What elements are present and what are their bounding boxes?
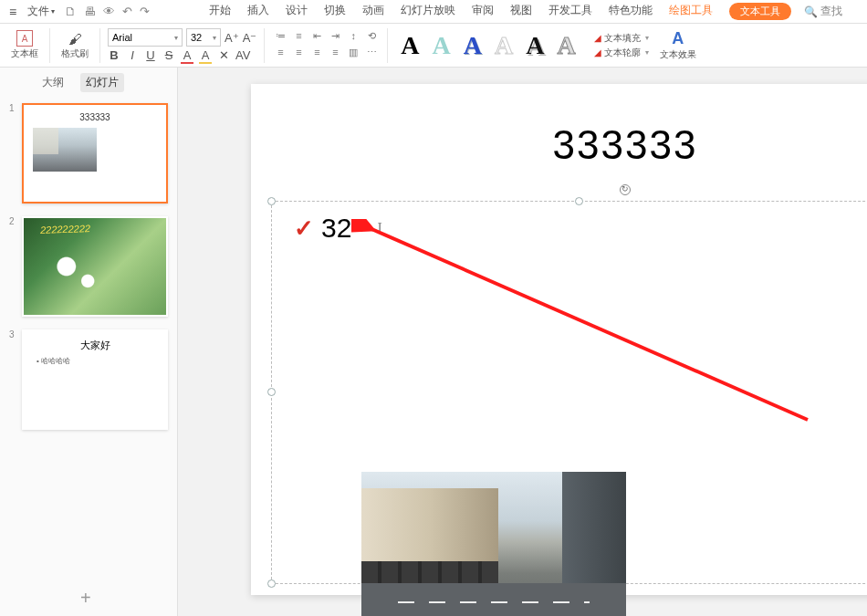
style-a1[interactable]: A [395, 31, 424, 60]
search-label: 查找 [820, 4, 842, 19]
ribbon-separator [264, 28, 265, 63]
thumb-slide[interactable]: 222222222 [22, 216, 168, 317]
style-a6[interactable]: A [552, 31, 581, 60]
tab-devtools[interactable]: 开发工具 [548, 3, 592, 20]
strike-button[interactable]: S [162, 48, 175, 62]
font-size-select[interactable]: 32 [186, 28, 221, 47]
indent-dec-button[interactable]: ⇤ [308, 30, 325, 45]
thumbnail-1[interactable]: 1 333333 [9, 103, 168, 204]
underline-button[interactable]: U [144, 48, 157, 62]
ribbon-separator [99, 28, 100, 63]
text-effect-button[interactable]: A 文本效果 [660, 29, 696, 61]
save-icon[interactable]: 🗋 [62, 5, 79, 18]
text-effect-icon: A [672, 29, 684, 48]
file-menu[interactable]: 文件 [22, 4, 60, 19]
slide-title[interactable]: 333333 [251, 84, 867, 168]
file-label: 文件 [27, 4, 49, 19]
slide-image[interactable] [361, 472, 626, 616]
tab-transition[interactable]: 切换 [324, 3, 346, 20]
format-painter-icon: 🖌 [67, 30, 83, 47]
bold-button[interactable]: B [108, 48, 120, 62]
tab-design[interactable]: 设计 [286, 3, 308, 20]
thumb-slide[interactable]: 333333 [22, 103, 168, 204]
thumbnail-list[interactable]: 1 333333 2 222222222 3 大家好 • 哈哈哈哈 [0, 98, 177, 616]
thumb-number: 3 [9, 329, 16, 430]
tab-text-tool[interactable]: 文本工具 [729, 3, 791, 20]
text-fill-button[interactable]: ◢文本填充 [594, 32, 649, 45]
textbox-icon: A [16, 30, 33, 47]
format-painter-button[interactable]: 🖌 格式刷 [57, 28, 92, 62]
align-right-button[interactable]: ≡ [308, 47, 325, 61]
tab-slideshow[interactable]: 幻灯片放映 [401, 3, 455, 20]
font-name-select[interactable]: Arial [108, 28, 183, 47]
clear-format-button[interactable]: ✕ [217, 48, 230, 62]
style-a3[interactable]: A [458, 31, 487, 60]
bullet-text[interactable]: 32 [321, 213, 351, 244]
image-detail [361, 488, 498, 598]
slide[interactable]: 333333 ✓ 32 I [251, 84, 867, 595]
tab-special[interactable]: 特色功能 [609, 3, 653, 20]
align-center-button[interactable]: ≡ [290, 47, 307, 61]
add-slide-button[interactable]: + [80, 588, 91, 609]
canvas-area[interactable]: 333333 ✓ 32 I [178, 68, 867, 616]
textbox-button[interactable]: A 文本框 [7, 28, 42, 62]
preview-icon[interactable]: 👁 [100, 5, 118, 18]
resize-handle[interactable] [267, 388, 276, 396]
undo-icon[interactable]: ↶ [120, 5, 135, 18]
thumbnail-2[interactable]: 2 222222222 [9, 216, 168, 317]
style-a5[interactable]: A [520, 31, 549, 60]
text-direction-button[interactable]: ⟲ [363, 30, 380, 45]
italic-button[interactable]: I [126, 48, 139, 62]
thumb-number: 2 [9, 216, 16, 317]
style-a2[interactable]: A [427, 31, 456, 60]
decrease-font-icon[interactable]: A⁻ [243, 31, 257, 45]
textbox-label: 文本框 [11, 47, 38, 60]
tab-home[interactable]: 开始 [209, 3, 231, 20]
thumbnail-3[interactable]: 3 大家好 • 哈哈哈哈 [9, 329, 168, 430]
align-left-button[interactable]: ≡ [272, 47, 288, 61]
tab-slides[interactable]: 幻灯片 [80, 73, 124, 92]
resize-handle[interactable] [575, 197, 583, 205]
bullets-button[interactable]: ≔ [272, 30, 288, 45]
rotate-handle-icon[interactable] [620, 184, 631, 195]
increase-font-icon[interactable]: A⁺ [225, 31, 239, 45]
columns-button[interactable]: ▥ [345, 47, 361, 61]
ribbon-separator [387, 28, 388, 63]
text-fill-group: ◢文本填充 ◢文本轮廓 [594, 32, 649, 59]
char-spacing-button[interactable]: AV [235, 48, 250, 62]
tab-insert[interactable]: 插入 [247, 3, 269, 20]
numbering-button[interactable]: ≡ [290, 30, 307, 45]
image-detail [361, 583, 626, 616]
redo-icon[interactable]: ↷ [137, 5, 152, 18]
line-spacing-button[interactable]: ↕ [345, 30, 361, 45]
main-layout: 大纲 幻灯片 1 333333 2 222222222 3 [0, 68, 867, 616]
image-detail [562, 472, 626, 600]
menu-tabs: 开始 插入 设计 切换 动画 幻灯片放映 审阅 视图 开发工具 特色功能 绘图工… [209, 3, 791, 20]
font-group: Arial 32 A⁺ A⁻ B I U S A A ✕ AV [108, 28, 256, 62]
thumb-slide[interactable]: 大家好 • 哈哈哈哈 [22, 329, 168, 430]
tab-outline[interactable]: 大纲 [37, 73, 69, 92]
bullet-line[interactable]: ✓ 32 I [272, 202, 867, 244]
thumb-number: 1 [9, 103, 16, 204]
tab-view[interactable]: 视图 [510, 3, 532, 20]
top-menu-bar: ≡ 文件 🗋 🖶 👁 ↶ ↷ 开始 插入 设计 切换 动画 幻灯片放映 审阅 视… [0, 0, 867, 24]
print-icon[interactable]: 🖶 [81, 5, 99, 18]
resize-handle[interactable] [267, 197, 276, 205]
content-textbox[interactable]: ✓ 32 I [271, 201, 867, 584]
search-box[interactable]: 🔍 查找 [804, 4, 842, 19]
tab-draw-tool[interactable]: 绘图工具 [669, 3, 713, 20]
thumb-image [33, 128, 97, 172]
highlight-button[interactable]: A [199, 48, 212, 62]
tab-review[interactable]: 审阅 [472, 3, 494, 20]
align-justify-button[interactable]: ≡ [327, 47, 343, 61]
paragraph-group: ≔ ≡ ⇤ ⇥ ↕ ⟲ ≡ ≡ ≡ ≡ ▥ ⋯ [272, 30, 380, 61]
thumb-bullet: • 哈哈哈哈 [24, 352, 166, 366]
style-a4[interactable]: A [489, 31, 518, 60]
indent-inc-button[interactable]: ⇥ [327, 30, 343, 45]
font-color-button[interactable]: A [181, 48, 193, 62]
resize-handle[interactable] [267, 579, 276, 588]
hamburger-icon[interactable]: ≡ [5, 5, 20, 19]
tab-animation[interactable]: 动画 [362, 3, 384, 20]
more-para-button[interactable]: ⋯ [363, 47, 380, 61]
text-outline-button[interactable]: ◢文本轮廓 [594, 47, 649, 59]
